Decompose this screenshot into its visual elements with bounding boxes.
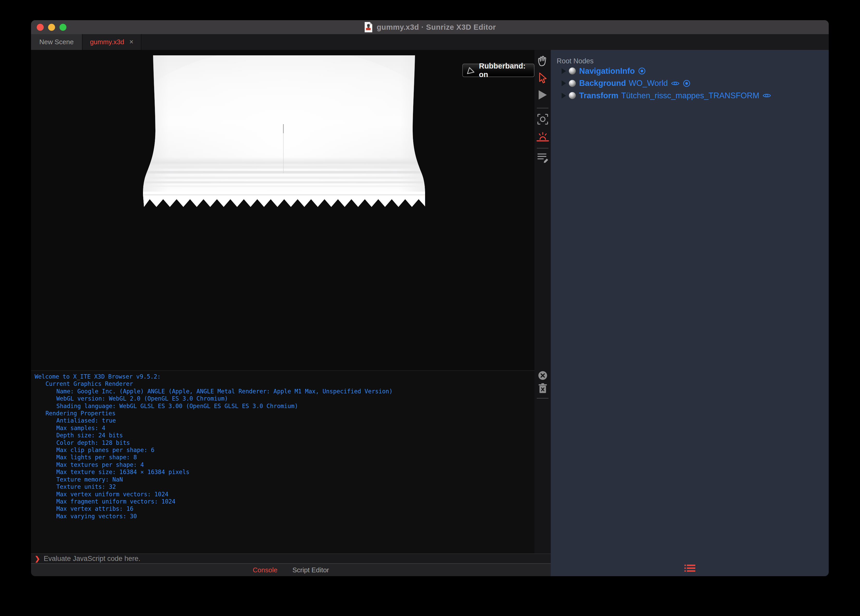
console-line: Max vertex uniform vectors: 1024 <box>31 490 534 498</box>
node-sphere-icon <box>569 92 576 99</box>
console-line: Welcome to X_ITE X3D Browser v9.5.2: <box>31 373 534 380</box>
clear-console-icon[interactable] <box>537 370 548 381</box>
node-sphere-icon <box>569 80 576 87</box>
console-line: Max texture size: 16384 × 16384 pixels <box>31 468 534 476</box>
3d-viewport[interactable]: Rubberband: on <box>31 50 534 370</box>
rail-divider <box>537 108 548 108</box>
console-line: Rendering Properties <box>31 410 534 417</box>
console-line: Max vertex attribs: 16 <box>31 505 534 512</box>
tab-gummy-label: gummy.x3d <box>90 38 124 46</box>
sunrise-environment-icon[interactable] <box>536 132 549 143</box>
console-line: Max samples: 4 <box>31 424 534 432</box>
bound-indicator-icon[interactable] <box>683 79 691 87</box>
console-line: Max fragment uniform vectors: 1024 <box>31 498 534 505</box>
console-line: Color depth: 128 bits <box>31 439 534 446</box>
rubberband-triangle-icon <box>465 66 475 75</box>
js-eval-input[interactable]: ❯ Evaluate JavaScript code here. <box>31 553 551 563</box>
app-window: gummy.x3d · Sunrize X3D Editor New Scene… <box>31 20 829 576</box>
expand-triangle-icon[interactable] <box>562 80 566 86</box>
play-icon[interactable] <box>538 90 548 100</box>
tree-row-transform[interactable]: Transform Tütchen_rissc_mappes_TRANSFORM <box>551 90 829 102</box>
eye-visibility-icon[interactable] <box>671 80 680 86</box>
console-line: Texture memory: NaN <box>31 476 534 483</box>
console-line: Max clip planes per shape: 6 <box>31 446 534 454</box>
root-nodes-header: Root Nodes <box>557 57 594 65</box>
node-name[interactable]: WO_World <box>629 79 668 88</box>
tab-close-icon[interactable]: × <box>129 39 133 46</box>
select-arrow-icon[interactable] <box>538 72 548 85</box>
expand-triangle-icon[interactable] <box>562 93 566 99</box>
window-title: gummy.x3d · Sunrize X3D Editor <box>377 23 496 31</box>
viewfinder-snapshot-icon[interactable] <box>537 113 549 125</box>
console-output[interactable]: Welcome to X_ITE X3D Browser v9.5.2: Cur… <box>31 370 534 553</box>
console-line: Depth size: 24 bits <box>31 432 534 439</box>
console-line: Current Graphics Renderer <box>31 380 534 387</box>
tab-new-scene[interactable]: New Scene <box>31 34 83 50</box>
tree-row-background[interactable]: Background WO_World <box>551 77 829 90</box>
console-line: Texture units: 32 <box>31 483 534 490</box>
viewport-tool-rail <box>534 50 551 553</box>
rail-divider <box>537 398 548 399</box>
document-icon <box>364 22 373 33</box>
node-type[interactable]: Background <box>579 79 626 88</box>
tab-gummy-x3d[interactable]: gummy.x3d × <box>83 34 141 50</box>
gummy-bag-render <box>31 50 534 370</box>
console-line: Max lights per shape: 8 <box>31 454 534 461</box>
console-line: Shading language: WebGL GLSL ES 3.00 (Op… <box>31 402 534 410</box>
script-list-icon[interactable] <box>537 151 549 163</box>
rubberband-tooltip: Rubberband: on <box>462 64 534 77</box>
outline-editor-panel: Root Nodes NavigationInfo Background WO_… <box>551 50 829 576</box>
delete-console-icon[interactable] <box>538 383 548 394</box>
eye-visibility-icon[interactable] <box>763 93 771 99</box>
scene-tab-bar: New Scene gummy.x3d × <box>31 34 829 50</box>
title-bar[interactable]: gummy.x3d · Sunrize X3D Editor <box>31 20 829 34</box>
scene-tree: NavigationInfo Background WO_World <box>551 65 829 102</box>
window-title-area: gummy.x3d · Sunrize X3D Editor <box>31 20 829 34</box>
bottom-tab-bar: Console Script Editor <box>31 563 551 576</box>
rail-divider <box>537 148 548 148</box>
expand-triangle-icon[interactable] <box>562 68 566 74</box>
console-line: Name: Google Inc. (Apple) ANGLE (Apple, … <box>31 388 534 395</box>
tab-console[interactable]: Console <box>253 566 277 574</box>
rubberband-tooltip-text: Rubberband: on <box>479 62 534 79</box>
console-line: WebGL version: WebGL 2.0 (OpenGL ES 3.0 … <box>31 395 534 402</box>
console-line: Max textures per shape: 4 <box>31 461 534 468</box>
prompt-chevron-icon: ❯ <box>35 555 40 563</box>
tab-new-scene-label: New Scene <box>39 38 74 46</box>
console-line: Max varying vectors: 30 <box>31 512 534 520</box>
pan-hand-icon[interactable] <box>537 55 549 68</box>
node-type[interactable]: NavigationInfo <box>579 66 635 76</box>
node-type[interactable]: Transform <box>579 91 618 101</box>
node-name[interactable]: Tütchen_rissc_mappes_TRANSFORM <box>621 91 760 101</box>
tree-row-navigationinfo[interactable]: NavigationInfo <box>551 65 829 77</box>
outline-list-icon[interactable] <box>684 564 695 572</box>
js-eval-placeholder: Evaluate JavaScript code here. <box>44 555 140 563</box>
tab-script-editor[interactable]: Script Editor <box>292 566 329 574</box>
console-line: Antialiased: true <box>31 417 534 424</box>
bound-indicator-icon[interactable] <box>638 67 646 75</box>
desktop-background: gummy.x3d · Sunrize X3D Editor New Scene… <box>0 0 860 616</box>
node-sphere-icon <box>569 68 576 74</box>
